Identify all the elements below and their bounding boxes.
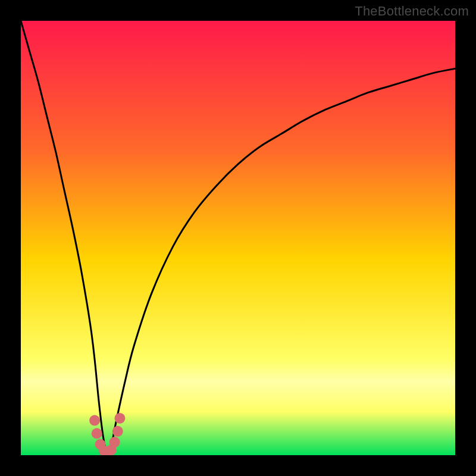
- watermark-text: TheBottleneck.com: [355, 4, 469, 19]
- chart-frame: TheBottleneck.com: [0, 0, 476, 476]
- optimum-marker: [112, 426, 123, 437]
- plot-area: [21, 21, 455, 455]
- optimum-marker: [89, 415, 100, 426]
- chart-svg: [21, 21, 455, 455]
- optimum-marker: [114, 413, 125, 424]
- optimum-marker: [109, 437, 120, 447]
- optimum-marker: [92, 428, 102, 439]
